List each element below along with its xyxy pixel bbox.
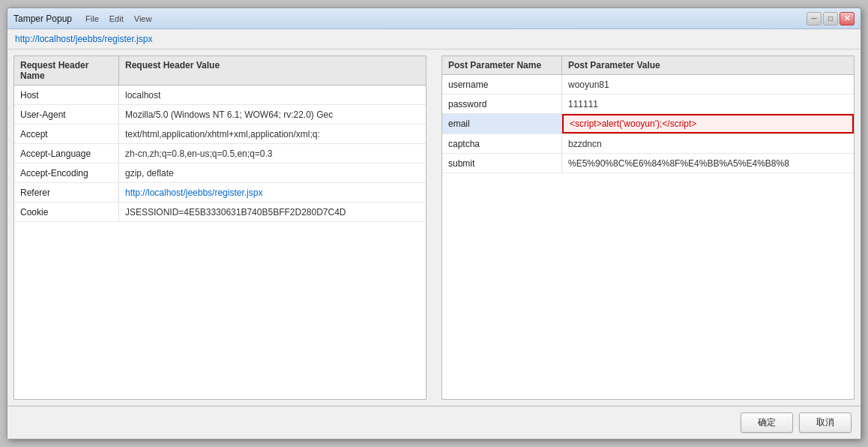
row-name: password	[442, 94, 562, 113]
menu-item-edit[interactable]: Edit	[105, 14, 128, 23]
left-table-header: Request Header Name Request Header Value	[14, 56, 426, 86]
row-value[interactable]: Mozilla/5.0 (Windows NT 6.1; WOW64; rv:2…	[119, 105, 426, 124]
window-title: Tamper Popup	[13, 14, 72, 24]
url-bar: http://localhost/jeebbs/register.jspx	[7, 29, 861, 50]
right-col1-header: Post Parameter Name	[442, 56, 562, 74]
table-row[interactable]: submit %E5%90%8C%E6%84%8F%E4%BB%A5%E4%B8…	[442, 154, 854, 173]
row-name: Host	[14, 86, 119, 104]
row-name: User-Agent	[14, 105, 119, 124]
panel-divider	[433, 56, 435, 400]
table-row[interactable]: username wooyun81	[442, 75, 854, 94]
row-name: submit	[442, 154, 562, 172]
row-name: email	[442, 114, 562, 134]
table-row[interactable]: Referer http://localhost/jeebbs/register…	[14, 183, 426, 202]
table-row[interactable]: Accept-Encoding gzip, deflate	[14, 164, 426, 183]
confirm-button[interactable]: 确定	[741, 412, 793, 433]
row-name: Accept	[14, 124, 119, 143]
minimize-button[interactable]: ─	[807, 12, 822, 26]
window-controls: ─ □ ✕	[807, 12, 855, 26]
row-value[interactable]: bzzdncn	[562, 134, 854, 153]
titlebar: Tamper Popup File Edit View ─ □ ✕	[7, 8, 861, 29]
row-value[interactable]: 111111	[562, 94, 854, 113]
row-name: Accept-Language	[14, 144, 119, 163]
table-row[interactable]: Cookie JSESSIONID=4E5B3330631B740B5BFF2D…	[14, 202, 426, 222]
footer: 确定 取消	[7, 406, 861, 439]
request-headers-panel: Request Header Name Request Header Value…	[13, 56, 427, 400]
post-parameters-panel: Post Parameter Name Post Parameter Value…	[441, 56, 855, 400]
close-button[interactable]: ✕	[840, 12, 855, 26]
table-row[interactable]: Host localhost	[14, 86, 426, 105]
row-name: username	[442, 75, 562, 94]
row-value[interactable]: JSESSIONID=4E5B3330631B740B5BFF2D280D7C4…	[119, 202, 426, 221]
row-value[interactable]: %E5%90%8C%E6%84%8F%E4%BB%A5%E4%B8%8	[562, 154, 854, 172]
right-table-body: username wooyun81 password 111111 email …	[442, 75, 854, 399]
left-table-body: Host localhost User-Agent Mozilla/5.0 (W…	[14, 86, 426, 399]
table-row[interactable]: password 111111	[442, 94, 854, 114]
table-row-email[interactable]: email <script>alert('wooyun');</script>	[442, 114, 854, 134]
table-row[interactable]: Accept-Language zh-cn,zh;q=0.8,en-us;q=0…	[14, 144, 426, 164]
left-col1-header: Request Header Name	[14, 56, 119, 85]
row-name: captcha	[442, 134, 562, 153]
row-value[interactable]: zh-cn,zh;q=0.8,en-us;q=0.5,en;q=0.3	[119, 144, 426, 163]
row-name: Accept-Encoding	[14, 164, 119, 182]
row-value[interactable]: http://localhost/jeebbs/register.jspx	[119, 183, 426, 202]
cancel-button[interactable]: 取消	[799, 412, 852, 433]
left-col2-header: Request Header Value	[119, 56, 426, 85]
row-value[interactable]: wooyun81	[562, 75, 854, 94]
menu-item-view[interactable]: View	[130, 14, 157, 23]
row-value[interactable]: localhost	[119, 86, 426, 104]
url-value: http://localhost/jeebbs/register.jspx	[15, 34, 152, 44]
menu-bar: File Edit View	[81, 14, 156, 23]
menu-item-file[interactable]: File	[81, 14, 103, 23]
right-col2-header: Post Parameter Value	[562, 56, 854, 74]
row-name: Cookie	[14, 202, 119, 221]
table-row[interactable]: User-Agent Mozilla/5.0 (Windows NT 6.1; …	[14, 105, 426, 124]
content-area: Request Header Name Request Header Value…	[7, 50, 861, 406]
table-row[interactable]: captcha bzzdncn	[442, 134, 854, 154]
tamper-popup-window: Tamper Popup File Edit View ─ □ ✕ http:/…	[7, 8, 861, 440]
row-name: Referer	[14, 183, 119, 202]
maximize-button[interactable]: □	[823, 12, 838, 26]
right-table-header: Post Parameter Name Post Parameter Value	[442, 56, 854, 75]
row-value-script[interactable]: <script>alert('wooyun');</script>	[562, 114, 854, 134]
table-row[interactable]: Accept text/html,application/xhtml+xml,a…	[14, 124, 426, 144]
row-value[interactable]: gzip, deflate	[119, 164, 426, 182]
row-value[interactable]: text/html,application/xhtml+xml,applicat…	[119, 124, 426, 143]
